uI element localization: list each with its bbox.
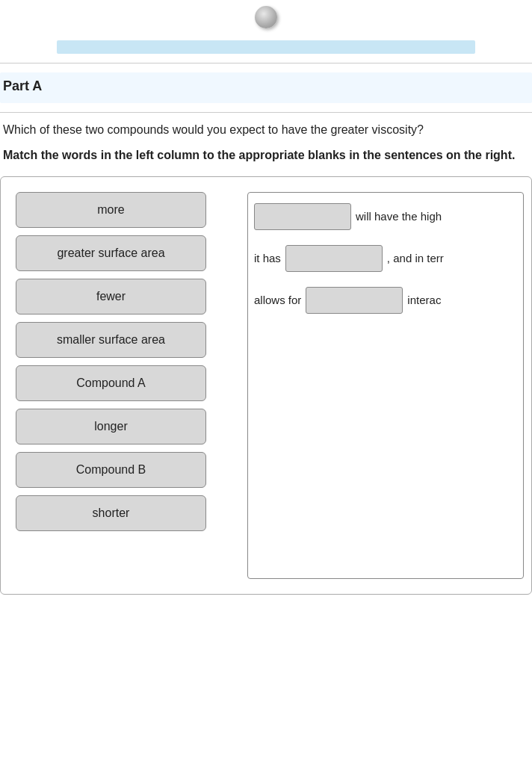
blank-box-0[interactable] xyxy=(254,203,351,230)
word-button-smaller-surface-area[interactable]: smaller surface area xyxy=(16,322,206,358)
word-button-compound-b[interactable]: Compound B xyxy=(16,452,206,488)
sentence-suffix-0: will have the high xyxy=(356,210,442,223)
word-button-greater-surface-area[interactable]: greater surface area xyxy=(16,235,206,271)
divider-top xyxy=(0,63,532,63)
question-text: Which of these two compounds would you e… xyxy=(3,122,529,138)
match-container: moregreater surface areafewersmaller sur… xyxy=(0,176,532,595)
sentence-row-2: allows for interac xyxy=(254,287,517,314)
progress-bar xyxy=(57,40,475,54)
part-a-section: Part A xyxy=(0,72,532,103)
word-button-fewer[interactable]: fewer xyxy=(16,279,206,315)
sentence-row-1: it has , and in terr xyxy=(254,245,517,272)
word-button-compound-a[interactable]: Compound A xyxy=(16,365,206,401)
divider-middle xyxy=(0,112,532,113)
word-button-longer[interactable]: longer xyxy=(16,409,206,444)
sentence-suffix-2: interac xyxy=(407,294,441,306)
blank-box-2[interactable] xyxy=(306,287,403,314)
left-column: moregreater surface areafewersmaller sur… xyxy=(8,192,240,579)
sentence-suffix-1: , and in terr xyxy=(387,252,444,264)
instructions-text: Match the words in the left column to th… xyxy=(3,147,529,164)
word-button-more[interactable]: more xyxy=(16,192,206,228)
sentence-row-0: will have the high xyxy=(254,203,517,230)
sentence-prefix-2: allows for xyxy=(254,294,301,306)
blank-box-1[interactable] xyxy=(285,245,383,272)
right-column: will have the highit has , and in terral… xyxy=(247,192,524,579)
sentence-prefix-1: it has xyxy=(254,252,281,264)
part-a-label: Part A xyxy=(3,78,529,94)
word-button-shorter[interactable]: shorter xyxy=(16,495,206,531)
ball-icon xyxy=(255,6,277,28)
